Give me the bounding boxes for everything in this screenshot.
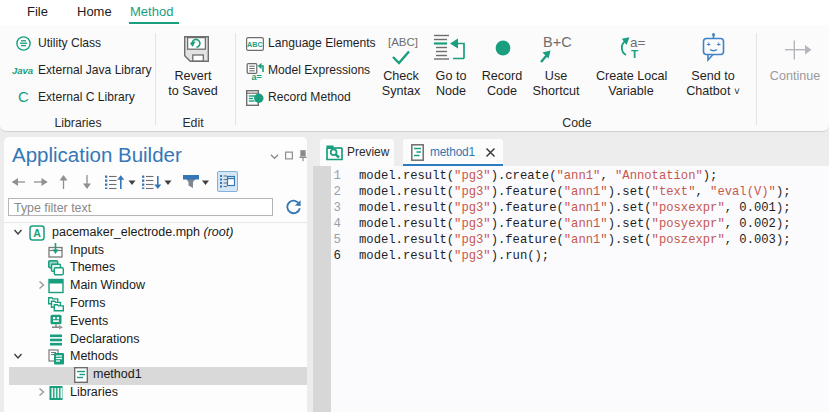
svg-text:+: + — [707, 41, 711, 48]
svg-text:+: + — [717, 41, 721, 48]
svg-text:ABC: ABC — [247, 40, 263, 49]
svg-text:a=: a= — [252, 72, 262, 81]
svg-text:T: T — [631, 48, 638, 60]
svg-text:A: A — [33, 227, 41, 239]
